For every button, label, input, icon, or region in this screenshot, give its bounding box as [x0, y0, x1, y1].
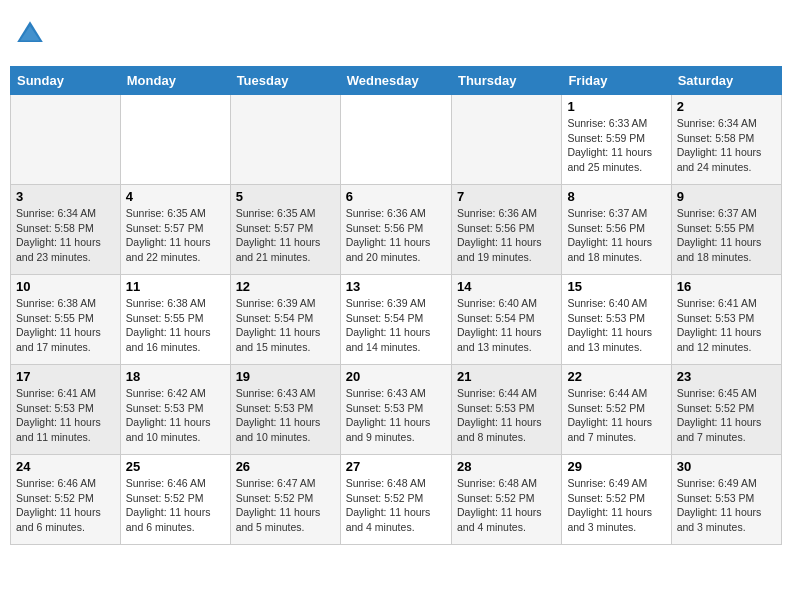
- calendar-header: Sunday Monday Tuesday Wednesday Thursday…: [11, 67, 782, 95]
- day-number: 23: [677, 369, 776, 384]
- day-number: 12: [236, 279, 335, 294]
- day-info: Sunrise: 6:48 AM Sunset: 5:52 PM Dayligh…: [346, 476, 446, 535]
- day-number: 7: [457, 189, 556, 204]
- calendar-cell: [451, 95, 561, 185]
- day-number: 13: [346, 279, 446, 294]
- calendar-cell: 19Sunrise: 6:43 AM Sunset: 5:53 PM Dayli…: [230, 365, 340, 455]
- day-number: 1: [567, 99, 665, 114]
- day-number: 2: [677, 99, 776, 114]
- day-info: Sunrise: 6:43 AM Sunset: 5:53 PM Dayligh…: [236, 386, 335, 445]
- calendar-week-3: 10Sunrise: 6:38 AM Sunset: 5:55 PM Dayli…: [11, 275, 782, 365]
- calendar-week-2: 3Sunrise: 6:34 AM Sunset: 5:58 PM Daylig…: [11, 185, 782, 275]
- calendar-cell: 17Sunrise: 6:41 AM Sunset: 5:53 PM Dayli…: [11, 365, 121, 455]
- calendar-cell: [340, 95, 451, 185]
- calendar-cell: 8Sunrise: 6:37 AM Sunset: 5:56 PM Daylig…: [562, 185, 671, 275]
- day-number: 18: [126, 369, 225, 384]
- calendar-cell: 14Sunrise: 6:40 AM Sunset: 5:54 PM Dayli…: [451, 275, 561, 365]
- day-info: Sunrise: 6:37 AM Sunset: 5:55 PM Dayligh…: [677, 206, 776, 265]
- day-number: 28: [457, 459, 556, 474]
- day-number: 21: [457, 369, 556, 384]
- day-info: Sunrise: 6:44 AM Sunset: 5:52 PM Dayligh…: [567, 386, 665, 445]
- calendar-cell: 24Sunrise: 6:46 AM Sunset: 5:52 PM Dayli…: [11, 455, 121, 545]
- day-info: Sunrise: 6:33 AM Sunset: 5:59 PM Dayligh…: [567, 116, 665, 175]
- day-number: 4: [126, 189, 225, 204]
- calendar-cell: 21Sunrise: 6:44 AM Sunset: 5:53 PM Dayli…: [451, 365, 561, 455]
- day-number: 19: [236, 369, 335, 384]
- day-info: Sunrise: 6:39 AM Sunset: 5:54 PM Dayligh…: [346, 296, 446, 355]
- day-number: 3: [16, 189, 115, 204]
- calendar-cell: 9Sunrise: 6:37 AM Sunset: 5:55 PM Daylig…: [671, 185, 781, 275]
- header-sunday: Sunday: [11, 67, 121, 95]
- calendar-cell: 29Sunrise: 6:49 AM Sunset: 5:52 PM Dayli…: [562, 455, 671, 545]
- calendar-cell: 4Sunrise: 6:35 AM Sunset: 5:57 PM Daylig…: [120, 185, 230, 275]
- day-info: Sunrise: 6:49 AM Sunset: 5:53 PM Dayligh…: [677, 476, 776, 535]
- header-monday: Monday: [120, 67, 230, 95]
- calendar-cell: 22Sunrise: 6:44 AM Sunset: 5:52 PM Dayli…: [562, 365, 671, 455]
- logo-icon: [14, 18, 46, 50]
- calendar-week-1: 1Sunrise: 6:33 AM Sunset: 5:59 PM Daylig…: [11, 95, 782, 185]
- day-number: 5: [236, 189, 335, 204]
- calendar-cell: 18Sunrise: 6:42 AM Sunset: 5:53 PM Dayli…: [120, 365, 230, 455]
- day-info: Sunrise: 6:36 AM Sunset: 5:56 PM Dayligh…: [346, 206, 446, 265]
- day-info: Sunrise: 6:34 AM Sunset: 5:58 PM Dayligh…: [677, 116, 776, 175]
- calendar-cell: 25Sunrise: 6:46 AM Sunset: 5:52 PM Dayli…: [120, 455, 230, 545]
- day-info: Sunrise: 6:41 AM Sunset: 5:53 PM Dayligh…: [677, 296, 776, 355]
- day-info: Sunrise: 6:35 AM Sunset: 5:57 PM Dayligh…: [236, 206, 335, 265]
- calendar-cell: 26Sunrise: 6:47 AM Sunset: 5:52 PM Dayli…: [230, 455, 340, 545]
- day-number: 29: [567, 459, 665, 474]
- calendar-cell: 2Sunrise: 6:34 AM Sunset: 5:58 PM Daylig…: [671, 95, 781, 185]
- day-info: Sunrise: 6:37 AM Sunset: 5:56 PM Dayligh…: [567, 206, 665, 265]
- calendar-week-5: 24Sunrise: 6:46 AM Sunset: 5:52 PM Dayli…: [11, 455, 782, 545]
- day-info: Sunrise: 6:45 AM Sunset: 5:52 PM Dayligh…: [677, 386, 776, 445]
- day-number: 8: [567, 189, 665, 204]
- day-info: Sunrise: 6:44 AM Sunset: 5:53 PM Dayligh…: [457, 386, 556, 445]
- header-saturday: Saturday: [671, 67, 781, 95]
- calendar-cell: 27Sunrise: 6:48 AM Sunset: 5:52 PM Dayli…: [340, 455, 451, 545]
- header-tuesday: Tuesday: [230, 67, 340, 95]
- day-info: Sunrise: 6:43 AM Sunset: 5:53 PM Dayligh…: [346, 386, 446, 445]
- page-header: [10, 10, 782, 58]
- day-info: Sunrise: 6:47 AM Sunset: 5:52 PM Dayligh…: [236, 476, 335, 535]
- calendar-cell: 16Sunrise: 6:41 AM Sunset: 5:53 PM Dayli…: [671, 275, 781, 365]
- calendar-cell: 23Sunrise: 6:45 AM Sunset: 5:52 PM Dayli…: [671, 365, 781, 455]
- calendar-cell: 30Sunrise: 6:49 AM Sunset: 5:53 PM Dayli…: [671, 455, 781, 545]
- calendar-cell: 3Sunrise: 6:34 AM Sunset: 5:58 PM Daylig…: [11, 185, 121, 275]
- calendar-cell: 12Sunrise: 6:39 AM Sunset: 5:54 PM Dayli…: [230, 275, 340, 365]
- calendar-cell: 15Sunrise: 6:40 AM Sunset: 5:53 PM Dayli…: [562, 275, 671, 365]
- day-number: 9: [677, 189, 776, 204]
- day-number: 11: [126, 279, 225, 294]
- day-number: 26: [236, 459, 335, 474]
- calendar-body: 1Sunrise: 6:33 AM Sunset: 5:59 PM Daylig…: [11, 95, 782, 545]
- day-number: 6: [346, 189, 446, 204]
- day-info: Sunrise: 6:42 AM Sunset: 5:53 PM Dayligh…: [126, 386, 225, 445]
- day-number: 20: [346, 369, 446, 384]
- day-info: Sunrise: 6:40 AM Sunset: 5:53 PM Dayligh…: [567, 296, 665, 355]
- day-info: Sunrise: 6:38 AM Sunset: 5:55 PM Dayligh…: [16, 296, 115, 355]
- calendar-cell: 13Sunrise: 6:39 AM Sunset: 5:54 PM Dayli…: [340, 275, 451, 365]
- calendar-cell: [11, 95, 121, 185]
- calendar-cell: 10Sunrise: 6:38 AM Sunset: 5:55 PM Dayli…: [11, 275, 121, 365]
- calendar-cell: 5Sunrise: 6:35 AM Sunset: 5:57 PM Daylig…: [230, 185, 340, 275]
- header-thursday: Thursday: [451, 67, 561, 95]
- calendar-week-4: 17Sunrise: 6:41 AM Sunset: 5:53 PM Dayli…: [11, 365, 782, 455]
- day-number: 16: [677, 279, 776, 294]
- day-info: Sunrise: 6:35 AM Sunset: 5:57 PM Dayligh…: [126, 206, 225, 265]
- calendar-cell: 20Sunrise: 6:43 AM Sunset: 5:53 PM Dayli…: [340, 365, 451, 455]
- calendar-table: Sunday Monday Tuesday Wednesday Thursday…: [10, 66, 782, 545]
- day-number: 30: [677, 459, 776, 474]
- day-number: 22: [567, 369, 665, 384]
- day-number: 15: [567, 279, 665, 294]
- day-number: 17: [16, 369, 115, 384]
- calendar-cell: 28Sunrise: 6:48 AM Sunset: 5:52 PM Dayli…: [451, 455, 561, 545]
- header-wednesday: Wednesday: [340, 67, 451, 95]
- day-info: Sunrise: 6:46 AM Sunset: 5:52 PM Dayligh…: [126, 476, 225, 535]
- day-number: 10: [16, 279, 115, 294]
- calendar-cell: 6Sunrise: 6:36 AM Sunset: 5:56 PM Daylig…: [340, 185, 451, 275]
- day-info: Sunrise: 6:48 AM Sunset: 5:52 PM Dayligh…: [457, 476, 556, 535]
- calendar-cell: 11Sunrise: 6:38 AM Sunset: 5:55 PM Dayli…: [120, 275, 230, 365]
- day-info: Sunrise: 6:34 AM Sunset: 5:58 PM Dayligh…: [16, 206, 115, 265]
- day-info: Sunrise: 6:40 AM Sunset: 5:54 PM Dayligh…: [457, 296, 556, 355]
- day-info: Sunrise: 6:46 AM Sunset: 5:52 PM Dayligh…: [16, 476, 115, 535]
- day-info: Sunrise: 6:41 AM Sunset: 5:53 PM Dayligh…: [16, 386, 115, 445]
- calendar-cell: [120, 95, 230, 185]
